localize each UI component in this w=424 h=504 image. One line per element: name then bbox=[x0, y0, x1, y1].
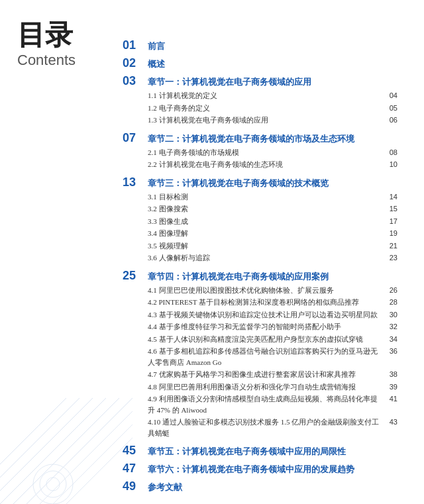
toc-item-text: 4.8 阿里巴巴善用利用图像语义分析和强化学习自动生成营销海报 bbox=[148, 381, 381, 393]
svg-line-4 bbox=[0, 398, 80, 478]
toc-section-01: 01 前言 bbox=[123, 38, 398, 52]
toc-item-text: 2.2 计算机视觉在电子商务领域的生态环境 bbox=[148, 159, 381, 170]
toc-item: 3.4 图像理解 19 bbox=[123, 228, 398, 239]
svg-line-3 bbox=[0, 398, 93, 491]
title-block: 目录 Contents bbox=[17, 20, 97, 69]
toc-num: 07 bbox=[123, 131, 148, 145]
toc-item-text: 4.5 基于人体识别和高精度渲染完美匹配用户身型京东的虚拟试穿镜 bbox=[148, 334, 381, 345]
toc-section-03: 03 章节一：计算机视觉在电子商务领域的应用 1.1 计算机视觉的定义 04 1… bbox=[123, 74, 398, 126]
toc-section-25: 25 章节四：计算机视觉在电子商务领域的应用案例 4.1 阿里巴巴使用以图搜图技… bbox=[123, 269, 398, 439]
svg-line-5 bbox=[0, 398, 66, 464]
toc-item-text: 2.1 电子商务领域的市场规模 bbox=[148, 147, 381, 158]
toc-item: 4.1 阿里巴巴使用以图搜图技术优化购物体验、扩展云服务 26 bbox=[123, 285, 398, 296]
svg-point-9 bbox=[33, 464, 73, 504]
toc-item-text: 4.9 利用图像语义分割和情感模型自动生成商品短视频、将商品转化率提升 47% … bbox=[148, 393, 381, 415]
toc-item-text: 4.10 通过人脸验证和多模态识别技术服务 1.5 亿用户的金融级刷脸支付工具蜻… bbox=[148, 417, 381, 438]
toc-item: 3.1 目标检测 14 bbox=[123, 191, 398, 203]
toc-item-page: 19 bbox=[381, 229, 398, 237]
toc-item: 4.9 利用图像语义分割和情感模型自动生成商品短视频、将商品转化率提升 47% … bbox=[123, 393, 398, 415]
title-chinese: 目录 bbox=[17, 20, 97, 50]
toc-item: 4.5 基于人体识别和高精度渲染完美匹配用户身型京东的虚拟试穿镜 34 bbox=[123, 334, 398, 345]
toc-chapter-title: 章节二：计算机视觉在电子商务领域的市场及生态环境 bbox=[148, 133, 354, 145]
toc-item: 3.3 图像生成 17 bbox=[123, 216, 398, 227]
toc-item-text: 4.6 基于多相机追踪和多传感器信号融合识别追踪客购买行为的亚马逊无人零售商店 … bbox=[148, 346, 381, 368]
toc-num: 02 bbox=[123, 56, 148, 70]
toc-title: 参考文献 bbox=[148, 481, 182, 493]
toc-item-text: 4.2 PINTEREST 基于目标检测算法和深度卷积网络的相似商品推荐 bbox=[148, 297, 381, 308]
toc-item-page: 05 bbox=[381, 104, 398, 112]
toc-item-text: 1.1 计算机视觉的定义 bbox=[148, 90, 381, 101]
svg-line-1 bbox=[13, 398, 119, 504]
toc-item-page: 08 bbox=[381, 148, 398, 156]
toc-item: 4.4 基于多维度特征学习和无监督学习的智能时尚搭配小助手 32 bbox=[123, 321, 398, 332]
toc-section-45: 45 章节五：计算机视觉在电子商务领域中应用的局限性 bbox=[123, 444, 398, 458]
toc-item-page: 14 bbox=[381, 193, 398, 201]
toc-item-page: 43 bbox=[381, 418, 398, 426]
title-english: Contents bbox=[17, 52, 97, 69]
toc-item: 3.2 图像搜索 15 bbox=[123, 203, 398, 215]
toc-item-text: 3.6 人像解析与追踪 bbox=[148, 252, 381, 264]
toc-item: 4.6 基于多相机追踪和多传感器信号融合识别追踪客购买行为的亚马逊无人零售商店 … bbox=[123, 346, 398, 368]
toc-section-47: 47 章节六：计算机视觉在电子商务领域中应用的发展趋势 bbox=[123, 462, 398, 476]
toc-item: 1.2 电子商务的定义 05 bbox=[123, 103, 398, 114]
toc-item: 1.3 计算机视觉在电子商务领域的应用 06 bbox=[123, 115, 398, 126]
svg-point-10 bbox=[40, 471, 66, 497]
toc-item-page: 17 bbox=[381, 217, 398, 225]
toc-content-area: 01 前言 02 概述 03 章节一：计算机视觉在电子商务领域的应用 1.1 计… bbox=[123, 20, 398, 493]
toc-item-page: 30 bbox=[381, 311, 398, 319]
svg-line-2 bbox=[26, 398, 132, 504]
toc-section-13: 13 章节三：计算机视觉在电子商务领域的技术概览 3.1 目标检测 14 3.2… bbox=[123, 176, 398, 264]
toc-item-text: 3.1 目标检测 bbox=[148, 191, 381, 203]
toc-section-49: 49 参考文献 bbox=[123, 479, 398, 493]
toc-section-07: 07 章节二：计算机视觉在电子商务领域的市场及生态环境 2.1 电子商务领域的市… bbox=[123, 131, 398, 170]
toc-chapter-title: 章节一：计算机视觉在电子商务领域的应用 bbox=[148, 76, 311, 88]
toc-section-02: 02 概述 bbox=[123, 56, 398, 70]
toc-chapter-title: 章节四：计算机视觉在电子商务领域的应用案例 bbox=[148, 271, 329, 283]
svg-line-6 bbox=[40, 411, 132, 504]
toc-item-page: 04 bbox=[381, 91, 398, 99]
toc-title: 章节五：计算机视觉在电子商务领域中应用的局限性 bbox=[148, 446, 346, 458]
svg-line-7 bbox=[53, 425, 132, 504]
toc-item-page: 21 bbox=[381, 242, 398, 250]
toc-item: 4.3 基于视频关键物体识别和追踪定位技术让用户可以边看边买明星同款 30 bbox=[123, 309, 398, 321]
toc-item-page: 15 bbox=[381, 205, 398, 213]
toc-num: 01 bbox=[123, 38, 148, 52]
toc-item: 4.8 阿里巴巴善用利用图像语义分析和强化学习自动生成营销海报 39 bbox=[123, 381, 398, 393]
toc-item-page: 23 bbox=[381, 254, 398, 262]
toc-item: 2.2 计算机视觉在电子商务领域的生态环境 10 bbox=[123, 159, 398, 170]
toc-item-page: 28 bbox=[381, 298, 398, 306]
toc-item: 3.5 视频理解 21 bbox=[123, 240, 398, 252]
svg-line-0 bbox=[0, 398, 106, 504]
toc-title: 前言 bbox=[148, 40, 165, 52]
toc-item-text: 4.7 优家购基于风格学习和图像生成进行整套家居设计和家具推荐 bbox=[148, 369, 381, 380]
toc-item: 1.1 计算机视觉的定义 04 bbox=[123, 90, 398, 101]
toc-num: 13 bbox=[123, 176, 148, 189]
svg-point-11 bbox=[46, 478, 60, 491]
toc-item-text: 3.2 图像搜索 bbox=[148, 203, 381, 215]
toc-chapter-title: 章节三：计算机视觉在电子商务领域的技术概览 bbox=[148, 177, 329, 189]
toc-num: 03 bbox=[123, 74, 148, 88]
toc-item-page: 26 bbox=[381, 286, 398, 294]
toc-item-page: 39 bbox=[381, 383, 398, 391]
toc-item-text: 1.3 计算机视觉在电子商务领域的应用 bbox=[148, 115, 381, 126]
toc-item: 4.2 PINTEREST 基于目标检测算法和深度卷积网络的相似商品推荐 28 bbox=[123, 297, 398, 308]
toc-item-text: 3.3 图像生成 bbox=[148, 216, 381, 227]
toc-num: 25 bbox=[123, 269, 148, 283]
svg-line-8 bbox=[66, 438, 132, 504]
toc-item-text: 4.4 基于多维度特征学习和无监督学习的智能时尚搭配小助手 bbox=[148, 321, 381, 332]
toc-item-page: 10 bbox=[381, 160, 398, 168]
toc-item-text: 1.2 电子商务的定义 bbox=[148, 103, 381, 114]
toc-title: 概述 bbox=[148, 58, 165, 70]
toc-item: 2.1 电子商务领域的市场规模 08 bbox=[123, 147, 398, 158]
toc-item-text: 3.5 视频理解 bbox=[148, 240, 381, 252]
toc-item: 4.10 通过人脸验证和多模态识别技术服务 1.5 亿用户的金融级刷脸支付工具蜻… bbox=[123, 417, 398, 438]
toc-item-page: 32 bbox=[381, 323, 398, 330]
toc-item: 3.6 人像解析与追踪 23 bbox=[123, 252, 398, 264]
toc-item-text: 4.3 基于视频关键物体识别和追踪定位技术让用户可以边看边买明星同款 bbox=[148, 309, 381, 321]
toc-item: 4.7 优家购基于风格学习和图像生成进行整套家居设计和家具推荐 38 bbox=[123, 369, 398, 380]
toc-item-text: 4.1 阿里巴巴使用以图搜图技术优化购物体验、扩展云服务 bbox=[148, 285, 381, 296]
toc-title: 章节六：计算机视觉在电子商务领域中应用的发展趋势 bbox=[148, 464, 354, 476]
toc-item-text: 3.4 图像理解 bbox=[148, 228, 381, 239]
toc-item-page: 38 bbox=[381, 370, 398, 378]
decorative-lines bbox=[0, 398, 132, 504]
